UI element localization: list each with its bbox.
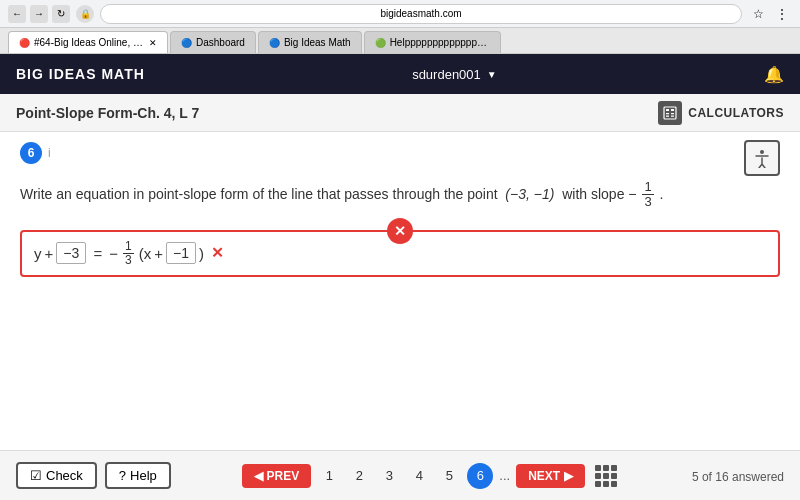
tab-label-1: Dashboard (196, 37, 245, 48)
tab-close-0[interactable]: ✕ (149, 38, 157, 48)
check-icon: ☑ (30, 468, 42, 483)
tab-label-2: Big Ideas Math (284, 37, 351, 48)
question-number: 6 (20, 142, 42, 164)
lhs-plus: + (45, 245, 54, 262)
tab-brainly[interactable]: 🟢 Helpppppppppppppppppp - Brainly.com (364, 31, 501, 53)
question-text: Write an equation in point-slope form of… (20, 180, 780, 210)
incorrect-banner[interactable]: ✕ (387, 218, 413, 244)
page-6[interactable]: 6 (467, 463, 493, 489)
page-3[interactable]: 3 (377, 464, 401, 488)
page-2[interactable]: 2 (347, 464, 371, 488)
rhs-open-paren: (x (139, 245, 152, 262)
next-label: NEXT (528, 469, 560, 483)
svg-rect-0 (664, 107, 676, 119)
help-label: Help (130, 468, 157, 483)
user-dropdown-icon[interactable]: ▼ (487, 69, 497, 80)
svg-rect-3 (666, 113, 669, 114)
next-button[interactable]: NEXT ▶ (516, 464, 585, 488)
answered-text: 5 of 16 answered (692, 470, 784, 484)
browser-bar: ← → ↻ 🔒 bigideasmath.com ☆ ⋮ (0, 0, 800, 28)
math-expression: y + −3 = − 1 3 (x + −1 ) ✕ (34, 240, 224, 267)
svg-rect-1 (666, 109, 669, 111)
svg-rect-5 (666, 115, 669, 116)
app-header: BIG IDEAS MATH sdurden001 ▼ 🔔 (0, 54, 800, 94)
next-arrow-icon: ▶ (564, 469, 573, 483)
back-button[interactable]: ← (8, 5, 26, 23)
rhs-box2: −1 (166, 242, 196, 264)
answer-container: ✕ y + −3 = − 1 3 (x + −1 ) ✕ (20, 230, 780, 277)
lhs-box: −3 (56, 242, 86, 264)
url-text: bigideasmath.com (380, 8, 461, 19)
grid-icon (595, 465, 617, 487)
page-4[interactable]: 4 (407, 464, 431, 488)
info-icon[interactable]: i (48, 146, 51, 160)
more-button[interactable]: ⋮ (772, 4, 792, 24)
page-title: Point-Slope Form-Ch. 4, L 7 (16, 105, 199, 121)
rhs-close-paren: ) (199, 245, 204, 262)
svg-point-7 (760, 150, 764, 154)
accessibility-button[interactable] (744, 140, 780, 176)
slope-denominator: 3 (642, 195, 653, 209)
browser-nav: ← → ↻ (8, 5, 70, 23)
question-period: . (660, 186, 664, 202)
tab-big-ideas-2[interactable]: 🔵 Big Ideas Math (258, 31, 362, 53)
help-icon: ? (119, 468, 126, 483)
answered-count: 5 of 16 answered (692, 467, 784, 485)
svg-rect-6 (671, 115, 674, 116)
star-button[interactable]: ☆ (748, 4, 768, 24)
check-button[interactable]: ☑ Check (16, 462, 97, 489)
rhs-numerator: 1 (123, 240, 134, 254)
answer-x-mark: ✕ (211, 244, 224, 262)
prev-label: PREV (267, 469, 300, 483)
header-right: 🔔 (764, 65, 784, 84)
bottom-bar: ☑ Check ? Help ◀ PREV 1 2 3 4 5 6 ... NE… (0, 450, 800, 500)
calculator-icon (658, 101, 682, 125)
main-content: 6 i Write an equation in point-slope for… (0, 132, 800, 287)
browser-tabs: 🔴 #64-Big Ideas Online, Ch.4, L 7 - Poin… (0, 28, 800, 54)
answer-area-wrapper: ✕ y + −3 = − 1 3 (x + −1 ) ✕ (20, 230, 780, 277)
header-center: sdurden001 ▼ (412, 67, 497, 82)
browser-actions: ☆ ⋮ (748, 4, 792, 24)
bottom-left: ☑ Check ? Help (16, 462, 171, 489)
notification-bell-icon[interactable]: 🔔 (764, 65, 784, 84)
grid-view-button[interactable] (591, 461, 621, 491)
refresh-button[interactable]: ↻ (52, 5, 70, 23)
question-slope-prefix: with slope − (562, 186, 636, 202)
rhs-denominator: 3 (123, 254, 134, 267)
question-point: (−3, −1) (501, 186, 562, 202)
forward-button[interactable]: → (30, 5, 48, 23)
prev-button[interactable]: ◀ PREV (242, 464, 312, 488)
calculators-button[interactable]: CALCULATORS (658, 101, 784, 125)
pagination-dots: ... (499, 468, 510, 483)
page-5[interactable]: 5 (437, 464, 461, 488)
equals: = (89, 245, 106, 262)
svg-rect-4 (671, 113, 674, 114)
prev-arrow-icon: ◀ (254, 469, 263, 483)
app-title: BIG IDEAS MATH (16, 66, 145, 82)
tab-dashboard[interactable]: 🔵 Dashboard (170, 31, 256, 53)
tab-label-0: #64-Big Ideas Online, Ch.4, L 7 - Point-… (34, 37, 143, 48)
tab-big-ideas[interactable]: 🔴 #64-Big Ideas Online, Ch.4, L 7 - Poin… (8, 31, 168, 53)
page-1[interactable]: 1 (317, 464, 341, 488)
tab-label-3: Helpppppppppppppppppp - Brainly.com (390, 37, 490, 48)
help-button[interactable]: ? Help (105, 462, 171, 489)
check-label: Check (46, 468, 83, 483)
question-header: 6 i (20, 142, 780, 164)
question-slope-fraction: 1 3 (642, 180, 653, 210)
rhs-plus2: + (154, 245, 163, 262)
calculators-label: CALCULATORS (688, 106, 784, 120)
pagination: ◀ PREV 1 2 3 4 5 6 ... NEXT ▶ (242, 461, 622, 491)
favicon: 🔒 (76, 5, 94, 23)
question-prefix: Write an equation in point-slope form of… (20, 186, 498, 202)
rhs-minus: − (109, 245, 118, 262)
lhs-y: y (34, 245, 42, 262)
user-name: sdurden001 (412, 67, 481, 82)
page-title-bar: Point-Slope Form-Ch. 4, L 7 CALCULATORS (0, 94, 800, 132)
svg-rect-2 (671, 109, 674, 111)
address-bar[interactable]: bigideasmath.com (100, 4, 742, 24)
slope-numerator: 1 (642, 180, 653, 195)
rhs-fraction: 1 3 (123, 240, 134, 267)
